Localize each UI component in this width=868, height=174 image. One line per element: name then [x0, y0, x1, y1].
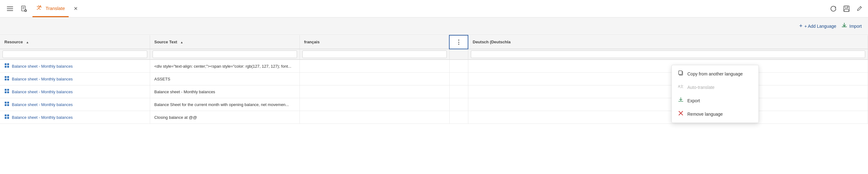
filter-resource-cell	[0, 49, 150, 60]
save-icon[interactable]	[843, 5, 850, 12]
source-text-cell-0: <div style="text-align: center;"><span s…	[150, 60, 300, 73]
refresh-icon[interactable]	[830, 5, 837, 12]
export-label: Export	[687, 98, 700, 103]
th-resource[interactable]: Resource ▲	[0, 35, 150, 49]
resource-link-4[interactable]: Balance sheet - Monthly balances	[12, 115, 73, 120]
svg-text:A文: A文	[678, 84, 684, 88]
svg-rect-33	[7, 114, 9, 116]
filter-deutsch-input[interactable]	[471, 50, 866, 58]
source-sort-icon: ▲	[180, 40, 183, 44]
table-container: Resource ▲ Source Text ▲ français ⋮ Deut	[0, 35, 868, 174]
export-item[interactable]: Export	[672, 94, 758, 107]
th-actions-menu[interactable]: ⋮	[449, 35, 468, 49]
filter-francais-input[interactable]	[302, 50, 447, 58]
resource-sort-icon: ▲	[26, 40, 29, 44]
resource-link-3[interactable]: Balance sheet - Monthly balances	[12, 102, 73, 107]
deutsch-cell-0	[468, 60, 868, 73]
svg-rect-30	[5, 104, 6, 106]
actions-cell-4	[449, 111, 468, 124]
source-text-cell-1: ASSETS	[150, 73, 300, 85]
th-francais-label: français	[304, 40, 320, 44]
source-text-cell-3: Balance Sheet for the current month with…	[150, 98, 300, 111]
export-icon	[677, 97, 684, 104]
svg-rect-18	[5, 66, 6, 68]
source-text-value-0: <div style="text-align: center;"><span s…	[154, 64, 291, 69]
resource-cell-3: Balance sheet - Monthly balances	[0, 98, 150, 111]
three-dot-button[interactable]: ⋮	[454, 39, 463, 45]
source-text-cell-2: Balance sheet - Monthly balances	[150, 85, 300, 98]
deutsch-cell-4	[468, 111, 868, 124]
grid-icon	[4, 89, 9, 95]
translate-tab-icon: 文 A	[36, 4, 43, 12]
filter-row	[0, 49, 868, 60]
resource-link-2[interactable]: Balance sheet - Monthly balances	[12, 90, 73, 94]
actions-cell-0	[449, 60, 468, 73]
resource-link-0[interactable]: Balance sheet - Monthly balances	[12, 64, 73, 69]
filter-source-cell	[150, 49, 300, 60]
app-container: 文 A Translate ✕	[0, 0, 868, 174]
close-tab-icon[interactable]: ✕	[74, 6, 78, 11]
remove-language-label: Remove language	[687, 112, 723, 117]
hamburger-icon[interactable]	[5, 4, 15, 14]
svg-rect-13	[845, 6, 848, 8]
translate-tab-label: Translate	[45, 6, 65, 11]
deutsch-cell-2	[468, 85, 868, 98]
svg-rect-31	[7, 104, 9, 106]
th-deutsch[interactable]: Deutsch (Deutschla	[468, 35, 868, 49]
grid-icon	[4, 101, 9, 108]
filter-actions-cell	[449, 49, 468, 60]
translate-tab[interactable]: 文 A Translate	[32, 0, 69, 17]
svg-rect-28	[5, 102, 6, 104]
table-header-row: Resource ▲ Source Text ▲ français ⋮ Deut	[0, 35, 868, 49]
svg-rect-17	[7, 63, 9, 65]
new-document-icon[interactable]	[19, 4, 29, 14]
source-text-value-4: Closing balance at @@	[154, 115, 197, 120]
resource-cell-0: Balance sheet - Monthly balances	[0, 60, 150, 73]
svg-rect-27	[7, 91, 9, 93]
filter-source-input[interactable]	[153, 50, 297, 58]
source-text-value-2: Balance sheet - Monthly balances	[154, 90, 215, 94]
svg-rect-32	[5, 114, 6, 116]
svg-rect-22	[5, 78, 6, 80]
svg-rect-24	[5, 89, 6, 91]
copy-from-language-item[interactable]: Copy from another language	[672, 67, 758, 80]
add-language-button[interactable]: + + Add Language	[799, 23, 836, 29]
deutsch-cell-3	[468, 98, 868, 111]
remove-language-item[interactable]: Remove language	[672, 107, 758, 121]
actions-cell-1	[449, 73, 468, 85]
dropdown-menu: Copy from another language A文 Auto-trans…	[672, 65, 759, 123]
actions-cell-3	[449, 98, 468, 111]
svg-rect-2	[7, 10, 13, 11]
edit-icon[interactable]	[856, 5, 863, 12]
source-text-cell-4: Closing balance at @@	[150, 111, 300, 124]
import-button[interactable]: Import	[841, 22, 862, 30]
grid-icon	[4, 76, 9, 82]
resource-cell-2: Balance sheet - Monthly balances	[0, 85, 150, 98]
svg-rect-21	[7, 76, 9, 78]
resource-link-1[interactable]: Balance sheet - Monthly balances	[12, 77, 73, 81]
actions-cell-2	[449, 85, 468, 98]
svg-rect-23	[7, 78, 9, 80]
svg-rect-19	[7, 66, 9, 68]
auto-translate-item[interactable]: A文 Auto-translate	[672, 80, 758, 94]
francais-cell-4	[300, 111, 449, 124]
filter-resource-input[interactable]	[2, 50, 147, 58]
filter-francais-cell	[300, 49, 449, 60]
svg-rect-12	[844, 6, 849, 11]
copy-icon	[677, 70, 684, 77]
source-text-value-3: Balance Sheet for the current month with…	[154, 102, 289, 107]
deutsch-cell-1	[468, 73, 868, 85]
import-icon	[841, 22, 847, 30]
th-francais[interactable]: français	[300, 35, 449, 49]
francais-cell-0	[300, 60, 449, 73]
svg-rect-25	[7, 89, 9, 91]
francais-cell-1	[300, 73, 449, 85]
toolbar: 文 A Translate ✕	[0, 0, 868, 18]
resource-cell-1: Balance sheet - Monthly balances	[0, 73, 150, 85]
th-source-text[interactable]: Source Text ▲	[150, 35, 300, 49]
svg-rect-20	[5, 76, 6, 78]
toolbar-right	[830, 5, 863, 12]
svg-rect-29	[7, 102, 9, 104]
th-deutsch-label: Deutsch (Deutschla	[473, 40, 510, 44]
resource-cell-4: Balance sheet - Monthly balances	[0, 111, 150, 124]
